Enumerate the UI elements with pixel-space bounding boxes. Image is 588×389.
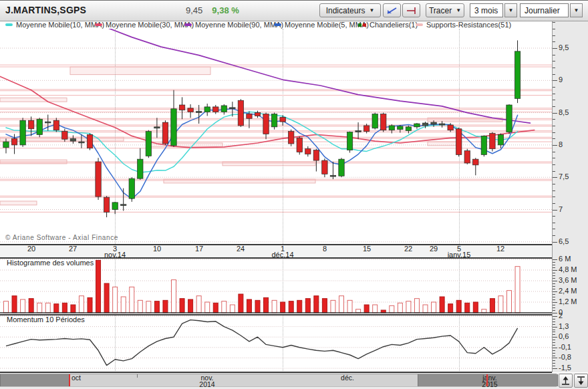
toolbar: J.MARTINS,SGPS 9,459,38 % Indicateurs ▼ … — [0, 0, 588, 21]
price-change: 9,38 % — [212, 5, 239, 15]
axis-minor-tick — [553, 307, 555, 308]
axis-minor-tick — [553, 273, 555, 273]
axis-minor-tick — [553, 61, 555, 61]
pane-up-button[interactable] — [559, 374, 573, 388]
axis-major-tick — [553, 242, 557, 243]
legend-item: Moyenne Mobile(5, MMA) — [274, 21, 369, 29]
period-value: 3 mois — [470, 3, 503, 17]
axis-major-tick — [553, 316, 557, 317]
timeline-tick — [137, 374, 138, 378]
timeframe-select[interactable]: Journalier ▼ — [520, 3, 583, 17]
price-axis-baseline — [0, 244, 552, 245]
price-axis-label: 7,5 — [559, 172, 569, 180]
axis-major-tick — [553, 348, 557, 348]
momentum-axis-label: 2 — [559, 311, 563, 319]
date-tick-label: 27 — [69, 246, 77, 252]
axis-minor-tick — [553, 319, 555, 319]
watermark: © Ariane Software - Axial Finance — [5, 234, 118, 241]
indicators-button[interactable]: Indicateurs ▼ — [319, 3, 381, 17]
period-select[interactable]: 3 mois ▼ — [470, 3, 517, 17]
price-axis-label: 9 — [559, 76, 563, 84]
trendline-tool-button[interactable] — [383, 3, 401, 17]
price-axis-label: 8 — [559, 140, 563, 148]
symbol-title: J.MARTINS,SGPS — [5, 5, 86, 15]
legend-label: Moyenne Mobile(90, MMA) — [195, 21, 283, 29]
axis-minor-tick — [553, 22, 555, 23]
price-axis-label: 7 — [559, 205, 563, 213]
timeline-range-segment[interactable] — [0, 374, 69, 386]
axis-minor-tick — [553, 41, 555, 42]
price-axis-label: 8,5 — [559, 108, 569, 116]
axis-major-tick — [553, 281, 557, 281]
pane-down-button[interactable] — [574, 374, 588, 388]
momentum-chart-canvas[interactable] — [0, 315, 552, 372]
axis-minor-tick — [553, 350, 555, 351]
volume-chart-canvas[interactable] — [0, 259, 552, 314]
axis-minor-tick — [553, 171, 555, 172]
axis-minor-tick — [553, 299, 555, 300]
axis-minor-tick — [553, 283, 555, 284]
legend-item: Chandeliers(1) — [358, 21, 418, 29]
date-tick-label: 15 — [363, 246, 371, 252]
axis-minor-tick — [553, 119, 555, 120]
axis-major-tick — [553, 327, 557, 328]
last-price: 9,45 — [186, 5, 202, 15]
axis-major-tick — [553, 259, 557, 260]
candles-down-swatch — [363, 23, 366, 27]
axis-minor-tick — [553, 203, 555, 204]
axis-minor-tick — [553, 265, 555, 265]
timeline-range-handle[interactable] — [69, 374, 70, 386]
momentum-axis-label: -1,5 — [559, 364, 571, 372]
indicators-button-label: Indicateurs — [326, 6, 365, 15]
legend-label: Chandeliers(1) — [370, 21, 418, 29]
legend-item: Supports-Resistances(51) — [416, 21, 511, 29]
volume-pane-title: Histogramme des volumes — [7, 259, 94, 267]
axis-minor-tick — [553, 126, 555, 126]
tracer-button[interactable]: Tracer ▼ — [426, 3, 464, 17]
volume-axis-label: 4,8 M — [559, 265, 577, 273]
axis-minor-tick — [553, 164, 555, 165]
horizontal-line-tool-button[interactable] — [402, 3, 420, 17]
axis-minor-tick — [553, 267, 555, 268]
pane-down-icon — [575, 375, 587, 386]
timeline-slider[interactable]: octnov.2014déc.janv.2015 — [0, 373, 588, 389]
axis-minor-tick — [553, 332, 555, 332]
axis-major-tick — [553, 337, 557, 338]
axis-minor-tick — [553, 345, 555, 346]
date-tick-label: 10 — [153, 246, 161, 252]
volume-axis-label: 3,6 M — [559, 276, 577, 284]
timeline-range-handle[interactable] — [486, 374, 488, 386]
volume-axis-label: 1,2 M — [559, 297, 577, 305]
axis-minor-tick — [553, 363, 555, 364]
chart-legend: Moyenne Mobile(10, MMA)Moyenne Mobile(30… — [0, 21, 552, 29]
date-tick-label: 24 — [237, 246, 245, 252]
chevron-down-icon[interactable]: ▼ — [504, 3, 517, 17]
price-chart-canvas[interactable] — [0, 29, 552, 244]
date-tick-label: 1déc.14 — [271, 246, 293, 258]
axis-minor-tick — [553, 321, 555, 322]
axis-major-tick — [553, 368, 557, 369]
timeline-track[interactable] — [0, 374, 557, 387]
chevron-down-icon[interactable]: ▼ — [570, 3, 583, 17]
timeline-month-label: janv.2015 — [482, 374, 497, 388]
axis-minor-tick — [553, 184, 555, 184]
legend-item: Moyenne Mobile(10, MMA) — [5, 21, 104, 29]
axis-major-tick — [553, 291, 557, 292]
legend-swatch — [274, 23, 281, 26]
candles-up-swatch — [358, 23, 361, 27]
axis-minor-tick — [553, 190, 555, 191]
legend-swatch — [184, 23, 192, 26]
axis-minor-tick — [553, 294, 555, 295]
axis-minor-tick — [553, 275, 555, 276]
date-axis: 20273nov.141017241déc.1481522295janv.151… — [0, 245, 552, 257]
axis-major-tick — [553, 358, 557, 358]
date-tick-label: 20 — [27, 246, 35, 252]
axis-minor-tick — [553, 223, 555, 223]
axis-major-tick — [553, 210, 557, 211]
axis-major-tick — [553, 113, 557, 114]
timeframe-value: Journalier — [520, 3, 569, 17]
timeline-month-label: nov.2014 — [199, 374, 214, 388]
axis-minor-tick — [553, 74, 555, 75]
axis-minor-tick — [553, 132, 555, 133]
legend-swatch — [95, 23, 102, 26]
